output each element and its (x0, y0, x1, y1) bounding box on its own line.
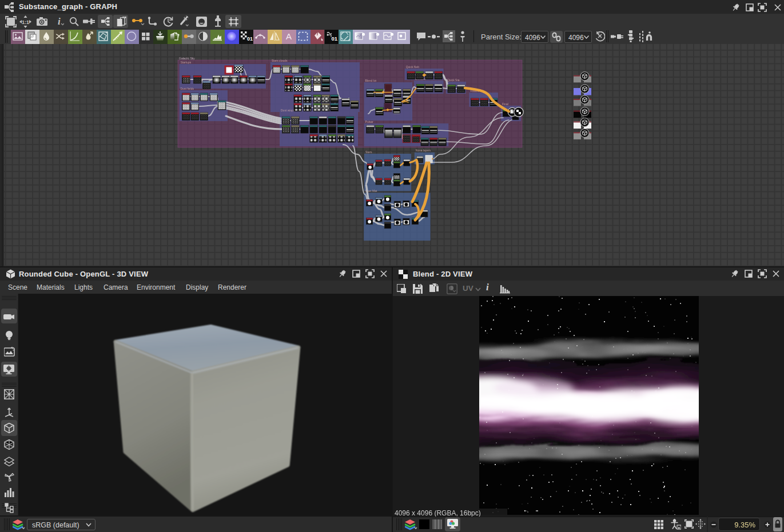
svg-text:Stars clouds: Stars clouds (272, 59, 288, 62)
svg-text:Dust wisps: Dust wisps (281, 109, 295, 112)
svg-text:Galactic Sky: Galactic Sky (179, 57, 195, 60)
svg-text:A: A (286, 31, 292, 41)
svg-text:Quick Sta: Quick Sta (447, 78, 460, 82)
svg-text:Quick Neb: Quick Neb (406, 65, 420, 69)
svg-text:Pulsar: Pulsar (365, 120, 374, 123)
svg-text:Dust fields: Dust fields (181, 87, 194, 90)
svg-text:01: 01 (247, 36, 253, 42)
svg-text:Startups: Startups (181, 61, 192, 64)
svg-text:i: i (58, 16, 61, 27)
svg-text:Blend lot: Blend lot (365, 79, 377, 82)
svg-text:1:1: 1:1 (22, 19, 29, 25)
svg-text:Stars: Stars (365, 150, 372, 154)
svg-text:Final: Final (502, 102, 508, 106)
svg-text:01: 01 (331, 35, 337, 42)
svg-text:Nova layers: Nova layers (416, 149, 431, 152)
